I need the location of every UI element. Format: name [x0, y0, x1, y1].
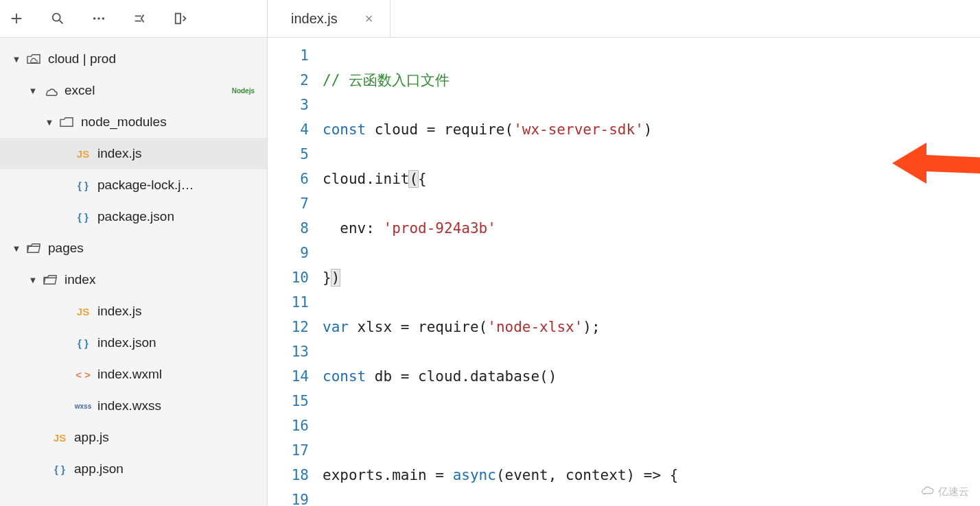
caret-down-icon: ▼ — [29, 86, 37, 96]
nodejs-badge: Nodejs — [232, 87, 255, 95]
tree-folder-index[interactable]: ▼ index — [0, 264, 267, 296]
tree-file-index-js[interactable]: ▼ JS index.js — [0, 138, 267, 169]
tab-close-button[interactable]: × — [365, 12, 373, 25]
tree-label: package-lock.j… — [97, 178, 194, 193]
tree-file-app-json[interactable]: ▼ { } app.json — [0, 453, 267, 485]
tree-file-page-index-wxss[interactable]: ▼ wxss index.wxss — [0, 390, 267, 422]
tree-label: index.js — [97, 304, 141, 319]
tree-file-app-js[interactable]: ▼ JS app.js — [0, 422, 267, 453]
plus-icon — [9, 11, 24, 26]
tab-index-js[interactable]: index.js × — [268, 0, 390, 37]
tree-label: index.js — [97, 146, 141, 161]
tree-folder-pages[interactable]: ▼ pages — [0, 232, 267, 264]
folder-open-icon — [25, 242, 43, 254]
json-icon: { } — [74, 337, 92, 349]
tree-label: app.json — [74, 461, 124, 477]
tree-file-package-json[interactable]: ▼ { } package.json — [0, 201, 267, 232]
search-icon — [50, 11, 65, 26]
sidebar: ▼ cloud | prod ▼ excel Nodejs ▼ node_mod… — [0, 0, 268, 506]
tree-file-page-index-js[interactable]: ▼ JS index.js — [0, 296, 267, 327]
more-button[interactable] — [88, 8, 110, 29]
file-tree[interactable]: ▼ cloud | prod ▼ excel Nodejs ▼ node_mod… — [0, 38, 267, 506]
tree-label: index.json — [97, 335, 156, 350]
js-icon: JS — [74, 306, 92, 317]
tree-label: excel — [65, 83, 95, 98]
line-gutter: 12345678910111213141516171819 — [268, 38, 323, 506]
js-icon: JS — [74, 148, 92, 160]
search-button[interactable] — [47, 8, 69, 29]
tree-folder-node-modules[interactable]: ▼ node_modules — [0, 106, 267, 138]
tree-file-page-index-json[interactable]: ▼ { } index.json — [0, 327, 267, 359]
svg-rect-4 — [176, 14, 180, 24]
caret-down-icon: ▼ — [29, 275, 37, 285]
editor-pane: index.js × 12345678910111213141516171819… — [268, 0, 980, 506]
watermark: 亿速云 — [920, 484, 969, 499]
cloud-watermark-icon — [920, 484, 935, 499]
svg-point-2 — [97, 17, 100, 20]
tree-label: index — [65, 272, 95, 287]
tree-label: cloud | prod — [48, 51, 116, 67]
json-icon: { } — [74, 180, 92, 191]
json-icon: { } — [74, 211, 92, 223]
panel-toggle-button[interactable] — [170, 8, 192, 29]
svg-point-3 — [102, 17, 105, 20]
tree-label: node_modules — [81, 115, 167, 130]
panel-icon — [174, 11, 189, 26]
cloud-icon — [41, 85, 59, 96]
wxss-icon: wxss — [74, 402, 92, 410]
collapse-icon — [132, 11, 148, 26]
tree-label: index.wxss — [97, 398, 161, 413]
js-icon: JS — [51, 432, 69, 444]
code-content[interactable]: // 云函数入口文件 const cloud = require('wx-ser… — [323, 38, 980, 506]
tree-label: package.json — [97, 209, 174, 224]
svg-point-0 — [53, 14, 60, 21]
more-icon — [91, 11, 106, 26]
tree-label: pages — [48, 241, 84, 256]
folder-icon — [58, 116, 75, 128]
folder-open-icon — [41, 274, 59, 286]
json-icon: { } — [51, 463, 69, 475]
tree-file-package-lock[interactable]: ▼ { } package-lock.j… — [0, 169, 267, 201]
tree-folder-cloud[interactable]: ▼ cloud | prod — [0, 43, 267, 75]
collapse-button[interactable] — [129, 8, 151, 29]
app-root: ▼ cloud | prod ▼ excel Nodejs ▼ node_mod… — [0, 0, 980, 506]
tree-label: index.wxml — [97, 367, 162, 382]
tree-folder-excel[interactable]: ▼ excel Nodejs — [0, 75, 267, 106]
sidebar-toolbar — [0, 0, 267, 38]
tree-file-page-index-wxml[interactable]: ▼ < > index.wxml — [0, 359, 267, 390]
caret-down-icon: ▼ — [12, 54, 21, 64]
tree-label: app.js — [74, 430, 109, 445]
tab-label: index.js — [291, 11, 338, 27]
code-editor[interactable]: 12345678910111213141516171819 // 云函数入口文件… — [268, 38, 980, 506]
cloud-folder-icon — [25, 53, 43, 65]
caret-down-icon: ▼ — [12, 243, 21, 254]
wxml-icon: < > — [74, 369, 92, 381]
svg-point-1 — [93, 17, 96, 20]
new-file-button[interactable] — [5, 8, 27, 29]
editor-tabs: index.js × — [268, 0, 980, 38]
caret-down-icon: ▼ — [45, 117, 54, 128]
